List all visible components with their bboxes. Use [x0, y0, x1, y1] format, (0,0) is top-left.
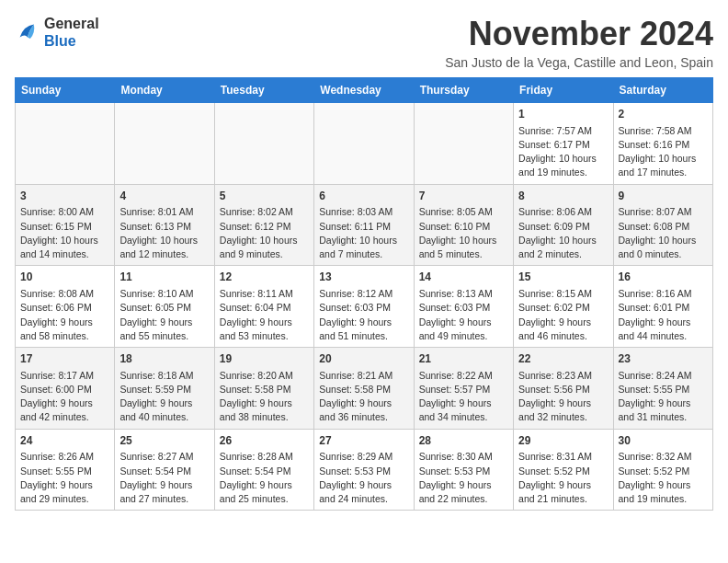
calendar-cell: 29Sunrise: 8:31 AM Sunset: 5:52 PM Dayli…	[514, 429, 613, 511]
calendar-cell: 12Sunrise: 8:11 AM Sunset: 6:04 PM Dayli…	[214, 266, 313, 348]
calendar-cell: 16Sunrise: 8:16 AM Sunset: 6:01 PM Dayli…	[613, 266, 712, 348]
day-info: Sunrise: 8:01 AM Sunset: 6:13 PM Dayligh…	[119, 205, 209, 261]
calendar-cell: 14Sunrise: 8:13 AM Sunset: 6:03 PM Dayli…	[414, 266, 513, 348]
calendar-week-4: 17Sunrise: 8:17 AM Sunset: 6:00 PM Dayli…	[16, 348, 713, 430]
calendar-cell: 7Sunrise: 8:05 AM Sunset: 6:10 PM Daylig…	[414, 184, 513, 266]
day-info: Sunrise: 8:18 AM Sunset: 5:59 PM Dayligh…	[119, 369, 209, 425]
calendar-cell: 18Sunrise: 8:18 AM Sunset: 5:59 PM Dayli…	[115, 348, 214, 430]
month-title: November 2024	[445, 15, 713, 53]
day-number: 16	[619, 270, 708, 285]
calendar-cell	[16, 103, 115, 185]
day-info: Sunrise: 8:13 AM Sunset: 6:03 PM Dayligh…	[419, 287, 508, 343]
day-number: 21	[419, 351, 508, 367]
day-number: 15	[518, 270, 608, 285]
calendar-cell: 21Sunrise: 8:22 AM Sunset: 5:57 PM Dayli…	[414, 348, 513, 430]
logo-general: General	[44, 15, 99, 32]
logo-bird-icon	[15, 19, 40, 45]
calendar-cell: 11Sunrise: 8:10 AM Sunset: 6:05 PM Dayli…	[115, 266, 214, 348]
day-number: 14	[419, 270, 508, 285]
day-number: 17	[20, 351, 109, 367]
day-info: Sunrise: 8:30 AM Sunset: 5:53 PM Dayligh…	[419, 450, 508, 506]
calendar-cell: 15Sunrise: 8:15 AM Sunset: 6:02 PM Dayli…	[514, 266, 613, 348]
day-number: 25	[119, 433, 209, 449]
day-number: 19	[220, 351, 309, 367]
day-number: 22	[518, 351, 608, 367]
calendar-cell: 1Sunrise: 7:57 AM Sunset: 6:17 PM Daylig…	[514, 103, 613, 185]
page-header: General Blue November 2024 San Justo de …	[15, 15, 713, 70]
col-header-thursday: Thursday	[414, 78, 513, 103]
col-header-wednesday: Wednesday	[314, 78, 414, 103]
calendar-cell: 25Sunrise: 8:27 AM Sunset: 5:54 PM Dayli…	[115, 429, 214, 511]
col-header-monday: Monday	[115, 78, 214, 103]
day-number: 28	[419, 433, 508, 449]
day-info: Sunrise: 8:26 AM Sunset: 5:55 PM Dayligh…	[20, 450, 109, 506]
calendar-header-row: SundayMondayTuesdayWednesdayThursdayFrid…	[16, 78, 713, 103]
calendar-week-5: 24Sunrise: 8:26 AM Sunset: 5:55 PM Dayli…	[16, 429, 713, 511]
day-number: 2	[619, 107, 708, 122]
calendar-cell: 3Sunrise: 8:00 AM Sunset: 6:15 PM Daylig…	[16, 184, 115, 266]
day-number: 29	[518, 433, 608, 449]
day-number: 10	[20, 270, 109, 285]
day-info: Sunrise: 8:17 AM Sunset: 6:00 PM Dayligh…	[20, 369, 109, 425]
calendar-cell: 5Sunrise: 8:02 AM Sunset: 6:12 PM Daylig…	[214, 184, 313, 266]
calendar-cell: 13Sunrise: 8:12 AM Sunset: 6:03 PM Dayli…	[314, 266, 414, 348]
day-number: 18	[119, 351, 209, 367]
day-number: 24	[20, 433, 109, 449]
day-number: 30	[619, 433, 708, 449]
col-header-sunday: Sunday	[16, 78, 115, 103]
day-number: 3	[20, 189, 109, 204]
title-block: November 2024 San Justo de la Vega, Cast…	[445, 15, 713, 70]
day-info: Sunrise: 8:11 AM Sunset: 6:04 PM Dayligh…	[220, 287, 309, 343]
calendar-cell	[214, 103, 313, 185]
calendar-cell: 2Sunrise: 7:58 AM Sunset: 6:16 PM Daylig…	[613, 103, 712, 185]
calendar-cell: 6Sunrise: 8:03 AM Sunset: 6:11 PM Daylig…	[314, 184, 414, 266]
day-info: Sunrise: 8:08 AM Sunset: 6:06 PM Dayligh…	[20, 287, 109, 343]
calendar-week-2: 3Sunrise: 8:00 AM Sunset: 6:15 PM Daylig…	[16, 184, 713, 266]
day-info: Sunrise: 8:12 AM Sunset: 6:03 PM Dayligh…	[319, 287, 408, 343]
calendar-table: SundayMondayTuesdayWednesdayThursdayFrid…	[15, 77, 713, 511]
day-info: Sunrise: 8:24 AM Sunset: 5:55 PM Dayligh…	[619, 369, 708, 425]
calendar-cell: 8Sunrise: 8:06 AM Sunset: 6:09 PM Daylig…	[514, 184, 613, 266]
calendar-cell: 24Sunrise: 8:26 AM Sunset: 5:55 PM Dayli…	[16, 429, 115, 511]
day-number: 9	[619, 189, 708, 204]
day-number: 20	[319, 351, 408, 367]
day-info: Sunrise: 8:10 AM Sunset: 6:05 PM Dayligh…	[119, 287, 209, 343]
day-number: 11	[119, 270, 209, 285]
day-info: Sunrise: 8:27 AM Sunset: 5:54 PM Dayligh…	[119, 450, 209, 506]
day-number: 6	[319, 189, 408, 204]
day-info: Sunrise: 8:07 AM Sunset: 6:08 PM Dayligh…	[619, 205, 708, 261]
day-info: Sunrise: 8:00 AM Sunset: 6:15 PM Dayligh…	[20, 205, 109, 261]
day-number: 1	[518, 107, 608, 122]
calendar-cell: 20Sunrise: 8:21 AM Sunset: 5:58 PM Dayli…	[314, 348, 414, 430]
day-info: Sunrise: 8:05 AM Sunset: 6:10 PM Dayligh…	[419, 205, 508, 261]
calendar-week-1: 1Sunrise: 7:57 AM Sunset: 6:17 PM Daylig…	[16, 103, 713, 185]
day-info: Sunrise: 8:22 AM Sunset: 5:57 PM Dayligh…	[419, 369, 508, 425]
calendar-cell	[314, 103, 414, 185]
day-number: 7	[419, 189, 508, 204]
calendar-cell: 10Sunrise: 8:08 AM Sunset: 6:06 PM Dayli…	[16, 266, 115, 348]
day-number: 26	[220, 433, 309, 449]
day-info: Sunrise: 8:20 AM Sunset: 5:58 PM Dayligh…	[220, 369, 309, 425]
logo-blue: Blue	[44, 32, 99, 50]
day-info: Sunrise: 8:02 AM Sunset: 6:12 PM Dayligh…	[220, 205, 309, 261]
day-info: Sunrise: 8:31 AM Sunset: 5:52 PM Dayligh…	[518, 450, 608, 506]
day-info: Sunrise: 7:58 AM Sunset: 6:16 PM Dayligh…	[619, 124, 708, 180]
day-info: Sunrise: 8:06 AM Sunset: 6:09 PM Dayligh…	[518, 205, 608, 261]
day-number: 12	[220, 270, 309, 285]
calendar-week-3: 10Sunrise: 8:08 AM Sunset: 6:06 PM Dayli…	[16, 266, 713, 348]
calendar-cell: 19Sunrise: 8:20 AM Sunset: 5:58 PM Dayli…	[214, 348, 313, 430]
calendar-cell: 23Sunrise: 8:24 AM Sunset: 5:55 PM Dayli…	[613, 348, 712, 430]
calendar-cell: 28Sunrise: 8:30 AM Sunset: 5:53 PM Dayli…	[414, 429, 513, 511]
day-number: 4	[119, 189, 209, 204]
day-info: Sunrise: 8:28 AM Sunset: 5:54 PM Dayligh…	[220, 450, 309, 506]
logo: General Blue	[15, 15, 99, 50]
day-info: Sunrise: 7:57 AM Sunset: 6:17 PM Dayligh…	[518, 124, 608, 180]
day-number: 8	[518, 189, 608, 204]
day-number: 5	[220, 189, 309, 204]
day-info: Sunrise: 8:32 AM Sunset: 5:52 PM Dayligh…	[619, 450, 708, 506]
calendar-cell: 30Sunrise: 8:32 AM Sunset: 5:52 PM Dayli…	[613, 429, 712, 511]
day-info: Sunrise: 8:23 AM Sunset: 5:56 PM Dayligh…	[518, 369, 608, 425]
col-header-friday: Friday	[514, 78, 613, 103]
day-info: Sunrise: 8:29 AM Sunset: 5:53 PM Dayligh…	[319, 450, 408, 506]
calendar-cell: 27Sunrise: 8:29 AM Sunset: 5:53 PM Dayli…	[314, 429, 414, 511]
